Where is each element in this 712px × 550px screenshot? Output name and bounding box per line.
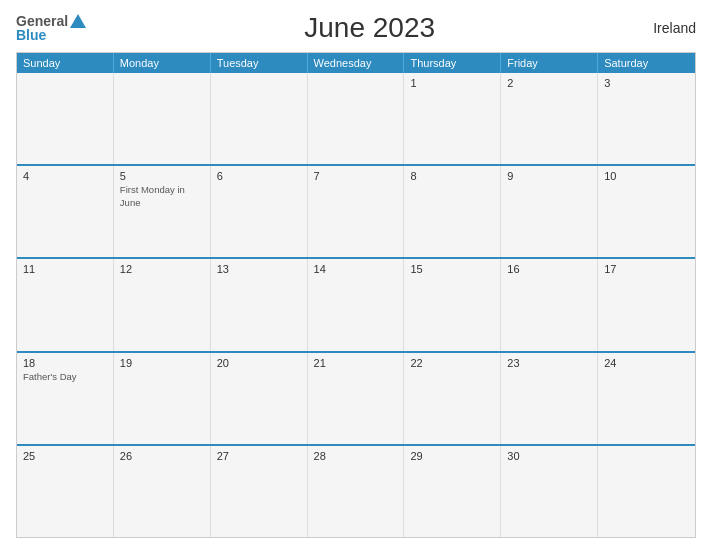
calendar-cell: 12 (114, 259, 211, 350)
calendar-grid: Sunday Monday Tuesday Wednesday Thursday… (16, 52, 696, 538)
calendar-cell: 9 (501, 166, 598, 257)
calendar-cell (598, 446, 695, 537)
calendar-cell: 25 (17, 446, 114, 537)
calendar-cell: 26 (114, 446, 211, 537)
calendar-week-1: 123 (17, 73, 695, 164)
day-number: 29 (410, 450, 494, 462)
day-number: 11 (23, 263, 107, 275)
header-saturday: Saturday (598, 53, 695, 73)
day-number: 27 (217, 450, 301, 462)
calendar-cell: 1 (404, 73, 501, 164)
calendar-week-3: 11121314151617 (17, 257, 695, 350)
day-number: 3 (604, 77, 689, 89)
calendar-cell: 16 (501, 259, 598, 350)
calendar-cell: 29 (404, 446, 501, 537)
calendar-cell: 15 (404, 259, 501, 350)
day-number: 10 (604, 170, 689, 182)
calendar-header: Sunday Monday Tuesday Wednesday Thursday… (17, 53, 695, 73)
calendar-cell: 4 (17, 166, 114, 257)
calendar-cell (211, 73, 308, 164)
logo: General Blue (16, 13, 86, 43)
calendar-cell: 8 (404, 166, 501, 257)
calendar-cell: 13 (211, 259, 308, 350)
calendar-week-5: 252627282930 (17, 444, 695, 537)
month-title: June 2023 (304, 12, 435, 44)
day-number: 6 (217, 170, 301, 182)
day-number: 22 (410, 357, 494, 369)
day-number: 9 (507, 170, 591, 182)
header-tuesday: Tuesday (211, 53, 308, 73)
header-friday: Friday (501, 53, 598, 73)
day-number: 28 (314, 450, 398, 462)
calendar-cell (17, 73, 114, 164)
calendar-cell: 24 (598, 353, 695, 444)
calendar-cell: 20 (211, 353, 308, 444)
day-number: 5 (120, 170, 204, 182)
day-number: 30 (507, 450, 591, 462)
calendar-cell: 10 (598, 166, 695, 257)
day-number: 24 (604, 357, 689, 369)
calendar-cell: 6 (211, 166, 308, 257)
day-number: 17 (604, 263, 689, 275)
calendar-cell: 21 (308, 353, 405, 444)
country-label: Ireland (653, 20, 696, 36)
calendar-cell: 14 (308, 259, 405, 350)
day-event: First Monday in June (120, 184, 204, 209)
calendar-cell: 30 (501, 446, 598, 537)
day-number: 1 (410, 77, 494, 89)
day-number: 2 (507, 77, 591, 89)
day-number: 12 (120, 263, 204, 275)
calendar-page: General Blue June 2023 Ireland Sunday Mo… (0, 0, 712, 550)
calendar-cell: 17 (598, 259, 695, 350)
day-event: Father's Day (23, 371, 107, 383)
day-number: 25 (23, 450, 107, 462)
day-number: 26 (120, 450, 204, 462)
day-number: 23 (507, 357, 591, 369)
logo-triangle-icon (70, 14, 86, 28)
calendar-week-4: 18Father's Day192021222324 (17, 351, 695, 444)
day-number: 4 (23, 170, 107, 182)
day-number: 21 (314, 357, 398, 369)
calendar-cell: 2 (501, 73, 598, 164)
day-number: 15 (410, 263, 494, 275)
calendar-cell: 28 (308, 446, 405, 537)
day-number: 13 (217, 263, 301, 275)
calendar-cell: 19 (114, 353, 211, 444)
calendar-week-2: 45First Monday in June678910 (17, 164, 695, 257)
header-thursday: Thursday (404, 53, 501, 73)
header-sunday: Sunday (17, 53, 114, 73)
calendar-cell: 7 (308, 166, 405, 257)
calendar-cell (308, 73, 405, 164)
logo-blue: Blue (16, 27, 46, 43)
header-monday: Monday (114, 53, 211, 73)
day-number: 16 (507, 263, 591, 275)
calendar-weeks: 12345First Monday in June678910111213141… (17, 73, 695, 537)
header-wednesday: Wednesday (308, 53, 405, 73)
calendar-cell (114, 73, 211, 164)
day-number: 14 (314, 263, 398, 275)
day-number: 20 (217, 357, 301, 369)
day-number: 19 (120, 357, 204, 369)
calendar-cell: 22 (404, 353, 501, 444)
day-number: 18 (23, 357, 107, 369)
calendar-cell: 5First Monday in June (114, 166, 211, 257)
calendar-cell: 18Father's Day (17, 353, 114, 444)
calendar-cell: 3 (598, 73, 695, 164)
day-number: 7 (314, 170, 398, 182)
calendar-cell: 27 (211, 446, 308, 537)
calendar-cell: 23 (501, 353, 598, 444)
page-header: General Blue June 2023 Ireland (16, 12, 696, 44)
calendar-cell: 11 (17, 259, 114, 350)
day-number: 8 (410, 170, 494, 182)
